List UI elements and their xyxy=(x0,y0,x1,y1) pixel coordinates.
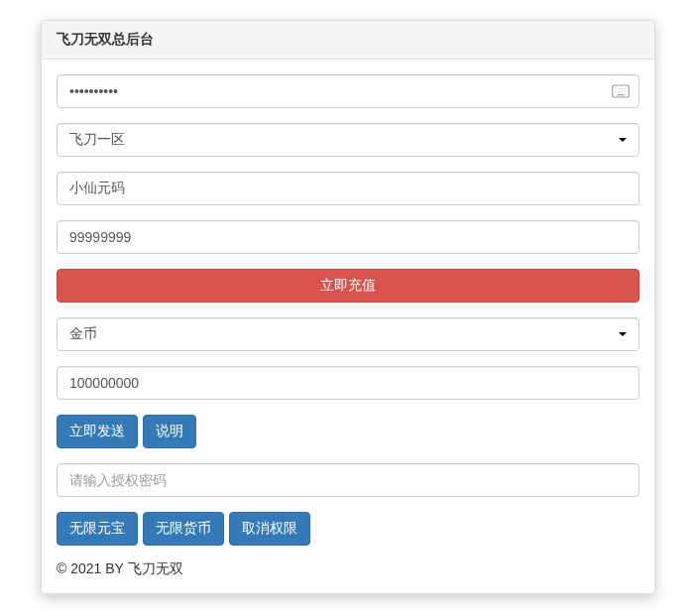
recharge-amount-input[interactable] xyxy=(57,220,639,254)
server-select-value: 飞刀一区 xyxy=(69,130,125,150)
page-title: 飞刀无双总后台 xyxy=(42,21,654,60)
send-now-button[interactable]: 立即发送 xyxy=(57,415,138,448)
auth-password-input[interactable] xyxy=(57,463,639,497)
cancel-permission-button[interactable]: 取消权限 xyxy=(229,512,310,546)
footer-text: © 2021 BY 飞刀无双 xyxy=(57,560,639,578)
recharge-button[interactable]: 立即充值 xyxy=(57,269,639,303)
caret-down-icon xyxy=(619,332,627,336)
admin-panel: 飞刀无双总后台 飞刀一区 xyxy=(41,20,655,594)
currency-type-select[interactable]: 金币 xyxy=(57,317,639,351)
currency-type-value: 金币 xyxy=(69,324,97,344)
unlimited-yuanbao-button[interactable]: 无限元宝 xyxy=(57,512,138,546)
currency-amount-input[interactable] xyxy=(57,366,639,400)
server-select[interactable]: 飞刀一区 xyxy=(57,123,639,157)
panel-body: 飞刀一区 立即充值 金币 立即发送 说明 xyxy=(42,60,654,593)
explain-button[interactable]: 说明 xyxy=(143,415,196,448)
player-name-input[interactable] xyxy=(57,172,639,205)
keyboard-icon xyxy=(612,84,630,98)
unlimited-currency-button[interactable]: 无限货币 xyxy=(143,512,224,546)
caret-down-icon xyxy=(619,138,627,142)
admin-password-input[interactable] xyxy=(57,74,639,108)
